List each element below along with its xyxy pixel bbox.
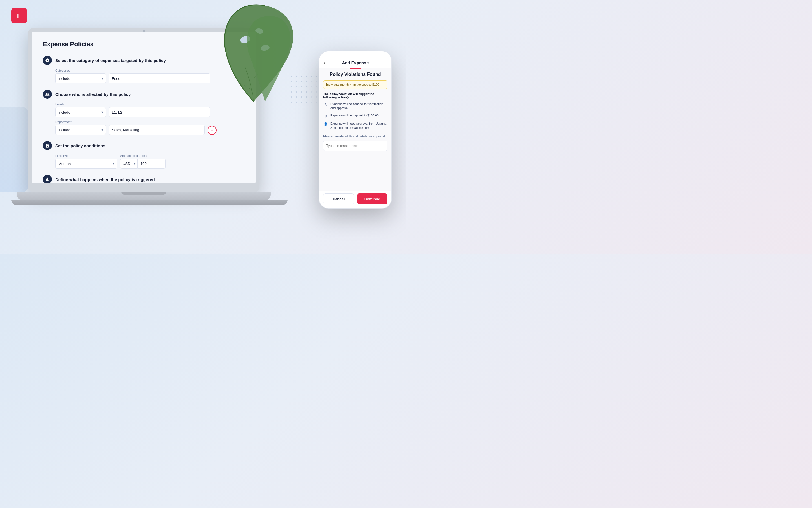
- flag-action-icon: ⏱: [323, 102, 328, 107]
- approval-action-icon: 👤: [323, 122, 328, 127]
- trigger-icon: [43, 175, 52, 183]
- department-text-field[interactable]: [109, 125, 205, 135]
- laptop-base: [17, 192, 271, 200]
- levels-text-field[interactable]: [109, 107, 210, 117]
- left-decoration: [0, 107, 28, 192]
- department-select[interactable]: Include Exclude: [55, 125, 106, 135]
- laptop-foot: [11, 200, 287, 205]
- app-logo: F: [11, 8, 27, 24]
- phone-header-title: Add Expense: [342, 60, 368, 65]
- action-item-2: 👤 Expense will need approval from Joanna…: [323, 122, 388, 130]
- violation-action-title: The policy violation will trigger the fo…: [323, 92, 388, 99]
- section-categories-title: Select the category of expenses targeted…: [55, 58, 166, 63]
- action-text-1: Expense will be capped to $100.00: [330, 113, 379, 118]
- amount-input[interactable]: [137, 159, 166, 169]
- department-field-label: Department: [55, 120, 106, 124]
- violation-badge: Individual monthly limit exceedes $100: [323, 80, 388, 89]
- logo-icon: F: [17, 12, 21, 19]
- phone-notch: [344, 51, 366, 57]
- plant-decoration: [209, 0, 299, 101]
- continue-button[interactable]: Continue: [357, 194, 388, 204]
- cap-action-icon: ⊕: [323, 114, 328, 119]
- phone-screen: ‹ Add Expense Policy Violations Found In…: [319, 51, 391, 208]
- categories-field-label: Categories: [55, 69, 106, 72]
- phone-bezel: ‹ Add Expense Policy Violations Found In…: [319, 51, 392, 209]
- phone-body: Policy Violations Found Individual month…: [319, 72, 391, 191]
- levels-field-label: Levels: [55, 103, 106, 106]
- phone-header-divider: [350, 68, 361, 69]
- amount-label: Amount greater than: [120, 154, 166, 157]
- reason-input[interactable]: [323, 141, 388, 151]
- section-trigger: Define what happens when the policy is t…: [43, 175, 245, 183]
- currency-select[interactable]: USD EUR GBP: [120, 159, 137, 169]
- phone: ‹ Add Expense Policy Violations Found In…: [319, 51, 392, 209]
- action-text-0: Expense will be flagged for verification…: [330, 102, 388, 111]
- action-item-1: ⊕ Expense will be capped to $100.00: [323, 113, 388, 119]
- section-trigger-title: Define what happens when the policy is t…: [55, 177, 155, 182]
- additional-details-label: Please provide additional details for ap…: [323, 134, 388, 138]
- action-item-0: ⏱ Expense will be flagged for verificati…: [323, 102, 388, 111]
- back-button[interactable]: ‹: [324, 60, 325, 66]
- category-text-field[interactable]: [109, 73, 210, 84]
- violation-title: Policy Violations Found: [323, 72, 388, 77]
- limit-type-label: Limit Type: [55, 154, 117, 157]
- section-conditions: Set the policy conditions Limit Type Mon…: [43, 141, 245, 169]
- add-department-button[interactable]: +: [208, 126, 217, 135]
- who-icon: [43, 90, 52, 99]
- categories-select[interactable]: Include Exclude: [55, 73, 106, 84]
- section-who-title: Choose who is affected by this policy: [55, 92, 131, 97]
- cancel-button[interactable]: Cancel: [323, 194, 354, 204]
- category-icon: [43, 56, 52, 65]
- limit-type-select[interactable]: Monthly Weekly Daily Per Transaction: [55, 159, 117, 169]
- action-text-2: Expense will need approval from Joanna S…: [330, 122, 388, 130]
- categories-select-wrapper: Include Exclude: [55, 73, 106, 84]
- section-conditions-title: Set the policy conditions: [55, 143, 105, 148]
- conditions-icon: [43, 141, 52, 150]
- levels-select[interactable]: Include Exclude: [55, 107, 106, 117]
- phone-footer: Cancel Continue: [319, 191, 391, 208]
